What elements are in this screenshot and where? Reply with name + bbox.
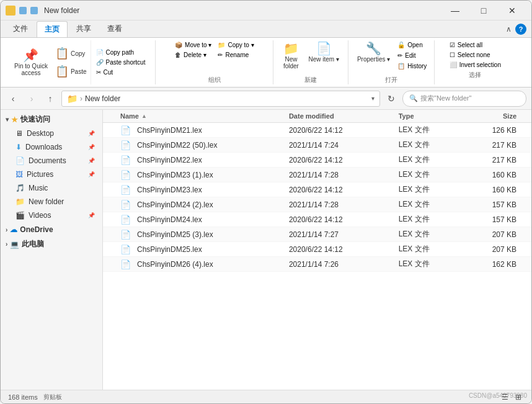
move-to-label: Move to ▾ xyxy=(185,42,211,48)
open-icon: 🔓 xyxy=(397,42,405,48)
table-row[interactable]: 📄 ChsPinyinDM22 (50).lex 2021/1/14 7:24 … xyxy=(103,138,531,153)
tab-home[interactable]: 主页 xyxy=(37,21,68,37)
quick-access-header[interactable]: ▾ ★ 快速访问 xyxy=(1,112,102,127)
new-folder-sidebar-label: New folder xyxy=(29,197,64,206)
table-row[interactable]: 📄 ChsPinyinDM23.lex 2020/6/22 14:12 LEX … xyxy=(103,182,531,197)
sidebar-item-downloads[interactable]: ⬇ Downloads xyxy=(1,140,102,154)
file-icon: 📄 xyxy=(120,125,131,135)
rename-button[interactable]: ✏ Rename xyxy=(215,50,256,60)
table-row[interactable]: 📄 ChsPinyinDM26 (4).lex 2021/1/14 7:26 L… xyxy=(103,257,531,272)
properties-button[interactable]: 🔧 Properties ▾ xyxy=(353,40,394,65)
file-date-cell: 2021/1/14 7:28 xyxy=(289,171,399,179)
documents-icon: 📄 xyxy=(16,156,25,165)
ribbon-collapse-icon[interactable]: ∧ xyxy=(506,25,512,34)
column-size[interactable]: Size xyxy=(466,112,526,120)
file-name-cell: 📄 ChsPinyinDM23 (1).lex xyxy=(108,170,289,180)
up-button[interactable]: ↑ xyxy=(43,91,58,106)
help-button[interactable]: ? xyxy=(515,24,526,35)
file-date-cell: 2021/1/14 7:24 xyxy=(289,141,399,150)
new-folder-button[interactable]: 📁 Newfolder xyxy=(278,40,303,71)
documents-label: Documents xyxy=(29,156,66,165)
address-bar[interactable]: 📁 › New folder ▾ xyxy=(61,91,380,107)
file-name-cell: 📄 ChsPinyinDM24.lex xyxy=(108,215,289,225)
tab-file[interactable]: 文件 xyxy=(6,21,35,37)
downloads-label: Downloads xyxy=(25,143,62,151)
paste-shortcut-button[interactable]: 🔗 Paste shortcut xyxy=(94,58,148,67)
address-dropdown-icon[interactable]: ▾ xyxy=(371,95,375,102)
select-all-button[interactable]: ☑ Select all xyxy=(447,40,503,50)
edit-button[interactable]: ✏ Edit xyxy=(395,51,429,60)
file-date-cell: 2020/6/22 14:12 xyxy=(289,186,399,194)
cut-button[interactable]: ✂ Cut xyxy=(94,68,148,77)
back-button[interactable]: ‹ xyxy=(6,91,20,106)
table-row[interactable]: 📄 ChsPinyinDM25 (3).lex 2021/1/14 7:27 L… xyxy=(103,227,531,242)
file-date-cell: 2021/1/14 7:28 xyxy=(289,200,399,209)
file-name: ChsPinyinDM26 (4).lex xyxy=(137,260,213,269)
table-row[interactable]: 📄 ChsPinyinDM24.lex 2020/6/22 14:12 LEX … xyxy=(103,212,531,227)
new-label: 新建 xyxy=(304,76,317,84)
copy-path-button[interactable]: 📄 Copy path xyxy=(94,48,148,57)
file-name-cell: 📄 ChsPinyinDM25.lex xyxy=(108,245,289,254)
file-name-cell: 📄 ChsPinyinDM26 (4).lex xyxy=(108,259,289,269)
copy-path-icon: 📄 xyxy=(96,49,104,56)
file-icon: 📄 xyxy=(120,155,131,165)
tab-view[interactable]: 查看 xyxy=(100,21,130,37)
table-row[interactable]: 📄 ChsPinyinDM22.lex 2020/6/22 14:12 LEX … xyxy=(103,153,531,168)
copy-to-button[interactable]: 📁 Copy to ▾ xyxy=(215,40,256,50)
history-button[interactable]: 📋 History xyxy=(395,61,429,71)
file-icon: 📄 xyxy=(120,170,131,180)
table-row[interactable]: 📄 ChsPinyinDM21.lex 2020/6/22 14:12 LEX … xyxy=(103,123,531,138)
minimize-button[interactable]: — xyxy=(441,1,469,20)
paste-label: Paste xyxy=(71,68,87,75)
maximize-button[interactable]: □ xyxy=(469,1,498,20)
table-row[interactable]: 📄 ChsPinyinDM23 (1).lex 2021/1/14 7:28 L… xyxy=(103,168,531,182)
move-to-button[interactable]: 📦 Move to ▾ xyxy=(172,40,214,50)
downloads-icon: ⬇ xyxy=(16,143,22,151)
column-name[interactable]: Name ▲ xyxy=(108,112,289,120)
table-row[interactable]: 📄 ChsPinyinDM24 (2).lex 2021/1/14 7:28 L… xyxy=(103,197,531,212)
refresh-button[interactable]: ↻ xyxy=(384,91,399,106)
invert-selection-button[interactable]: ⬜ Invert selection xyxy=(447,60,503,70)
window-controls: — □ ✕ xyxy=(441,1,526,20)
thispc-chevron: › xyxy=(6,241,7,248)
open-button[interactable]: 🔓 Open xyxy=(395,40,429,50)
file-name: ChsPinyinDM24.lex xyxy=(137,215,202,224)
copy-button[interactable]: 📋 Copy xyxy=(51,45,91,62)
paste-button[interactable]: 📋 Paste xyxy=(51,63,91,80)
pin-quick-access-button[interactable]: 📌 Pin to Quickaccess xyxy=(11,47,51,78)
onedrive-header[interactable]: › ☁ OneDrive xyxy=(1,223,102,236)
sidebar-item-videos[interactable]: 🎬 Videos xyxy=(1,209,102,222)
clipboard-label: 剪贴板 xyxy=(0,393,105,402)
search-bar[interactable]: 🔍 搜索"New folder" xyxy=(402,91,526,107)
desktop-icon: 🖥 xyxy=(16,129,23,138)
new-buttons: 📁 Newfolder 📄 New item ▾ xyxy=(278,40,342,74)
thispc-header[interactable]: › 💻 此电脑 xyxy=(1,237,102,251)
file-icon: 📄 xyxy=(120,185,131,195)
open-label: Open xyxy=(407,42,422,48)
file-icon: 📄 xyxy=(120,230,131,240)
close-button[interactable]: ✕ xyxy=(498,1,526,20)
sidebar-item-desktop[interactable]: 🖥 Desktop xyxy=(1,127,102,140)
delete-button[interactable]: 🗑 Delete ▾ xyxy=(172,50,214,60)
sidebar-item-pictures[interactable]: 🖼 Pictures xyxy=(1,168,102,181)
paste-shortcut-icon: 🔗 xyxy=(96,59,104,66)
table-row[interactable]: 📄 ChsPinyinDM25.lex 2020/6/22 14:12 LEX … xyxy=(103,242,531,257)
column-date[interactable]: Date modified xyxy=(289,112,399,120)
file-icon: 📄 xyxy=(120,140,131,150)
sidebar-item-new-folder[interactable]: 📁 New folder xyxy=(1,195,102,209)
select-none-button[interactable]: ☐ Select none xyxy=(447,50,503,60)
sidebar-item-music[interactable]: 🎵 Music xyxy=(1,181,102,195)
file-name: ChsPinyinDM22.lex xyxy=(137,156,202,164)
sidebar: ▾ ★ 快速访问 🖥 Desktop ⬇ Downloads 📄 Documen… xyxy=(1,110,103,390)
quick-access-section: ▾ ★ 快速访问 🖥 Desktop ⬇ Downloads 📄 Documen… xyxy=(1,112,102,222)
new-folder-label: Newfolder xyxy=(283,56,299,70)
column-type[interactable]: Type xyxy=(399,112,466,120)
sidebar-item-documents[interactable]: 📄 Documents xyxy=(1,154,102,168)
watermark: CSDN@a540793980 xyxy=(469,392,527,399)
invert-icon: ⬜ xyxy=(450,61,457,68)
title-bar: New folder — □ ✕ xyxy=(1,1,531,20)
new-item-button[interactable]: 📄 New item ▾ xyxy=(304,40,342,65)
forward-button[interactable]: › xyxy=(24,91,39,106)
paste-icon: 📋 xyxy=(55,65,69,78)
tab-share[interactable]: 共享 xyxy=(69,21,99,37)
